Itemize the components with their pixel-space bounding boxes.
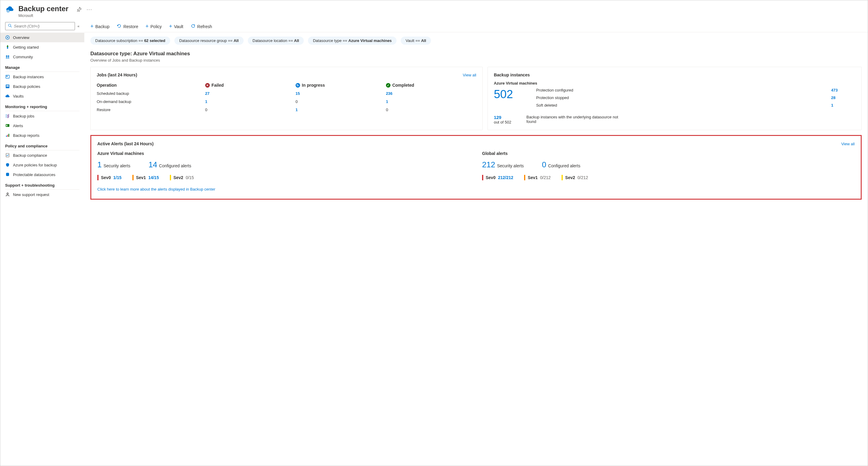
jobs-view-all-link[interactable]: View all (463, 73, 476, 77)
alerts-view-all-link[interactable]: View all (841, 142, 855, 146)
refresh-button[interactable]: Refresh (191, 24, 212, 29)
more-icon[interactable]: ··· (87, 7, 92, 13)
svg-rect-12 (6, 85, 9, 86)
sidebar-item-label: Backup jobs (13, 114, 34, 119)
sidebar-item-backup-jobs[interactable]: Backup jobs (0, 111, 84, 121)
col-failed: Failed (212, 83, 224, 88)
sidebar-item-label: Backup reports (13, 133, 39, 138)
page-header: Backup center Microsoft ··· (0, 0, 868, 21)
bi-total[interactable]: 502 (494, 88, 536, 107)
svg-rect-17 (7, 135, 8, 137)
backup-instances-card: Backup instances Azure Virtual machines … (488, 67, 862, 130)
col1-security-alerts[interactable]: 1Security alerts (97, 160, 130, 169)
main-content: +Backup Restore +Policy +Vault Refresh D… (84, 21, 868, 466)
filter-bar: Datasource subscription == 62 selected D… (84, 32, 868, 45)
col2-sev2[interactable]: Sev20/212 (562, 175, 588, 180)
sidebar-item-backup-instances[interactable]: Backup instances (0, 72, 84, 81)
overview-icon (5, 35, 10, 40)
col1-configured-alerts[interactable]: 14Configured alerts (148, 160, 191, 169)
page-title: Backup center (19, 4, 68, 13)
backup-button[interactable]: +Backup (90, 23, 110, 30)
sidebar-item-backup-reports[interactable]: Backup reports (0, 130, 84, 140)
toolbar: +Backup Restore +Policy +Vault Refresh (84, 21, 868, 32)
jobs-icon (5, 113, 10, 119)
sidebar: « Overview Getting started Community Man… (0, 21, 84, 466)
jobs-card-title: Jobs (last 24 Hours) (97, 72, 137, 77)
support-icon (5, 192, 10, 197)
sidebar-item-overview[interactable]: Overview (0, 33, 84, 42)
sev-bar-icon (524, 175, 525, 180)
sidebar-item-alerts[interactable]: Alerts (0, 121, 84, 130)
sidebar-item-support-request[interactable]: New support request (0, 190, 84, 199)
plus-icon: + (169, 23, 172, 30)
nav-group-monitoring: Monitoring + reporting (0, 101, 84, 111)
plus-icon: + (145, 23, 149, 30)
svg-point-7 (6, 56, 7, 57)
col2-security-alerts[interactable]: 212Security alerts (482, 160, 524, 169)
filter-vault[interactable]: Vault == All (401, 37, 431, 45)
filter-datasource-type[interactable]: Datasource type == Azure Virtual machine… (308, 37, 397, 45)
alerts-icon (5, 123, 10, 128)
col2-sev0[interactable]: Sev0212/212 (482, 175, 513, 180)
sev-bar-icon (482, 175, 483, 180)
nav-group-policy: Policy and compliance (0, 140, 84, 150)
collapse-sidebar-icon[interactable]: « (78, 24, 80, 28)
sev-bar-icon (562, 175, 563, 180)
col-operation: Operation (97, 83, 205, 88)
community-icon (5, 54, 10, 59)
svg-rect-15 (6, 125, 7, 126)
search-icon (8, 24, 12, 29)
vault-icon (5, 94, 10, 98)
protectable-icon (5, 172, 10, 177)
sidebar-item-vaults[interactable]: Vaults (0, 91, 84, 101)
sidebar-item-label: Getting started (13, 45, 39, 49)
sidebar-item-azure-policies[interactable]: Azure policies for backup (0, 160, 84, 170)
alerts-learn-more-link[interactable]: Click here to learn more about the alert… (97, 187, 215, 192)
svg-rect-13 (6, 86, 9, 87)
col2-sev1[interactable]: Sev10/212 (524, 175, 551, 180)
svg-point-2 (8, 24, 11, 27)
refresh-icon (191, 24, 195, 29)
svg-rect-18 (8, 134, 9, 137)
restore-button[interactable]: Restore (117, 24, 138, 29)
sidebar-item-backup-compliance[interactable]: Backup compliance (0, 151, 84, 160)
filter-subscription[interactable]: Datasource subscription == 62 selected (90, 37, 170, 45)
vault-button[interactable]: +Vault (169, 23, 183, 30)
section-subtitle: Overview of Jobs and Backup instances (84, 58, 868, 67)
pin-icon[interactable] (77, 7, 82, 13)
col1-sev2[interactable]: Sev20/15 (170, 175, 194, 180)
active-alerts-card: Active Alerts (last 24 Hours) View all A… (90, 135, 862, 200)
col2-configured-alerts[interactable]: 0Configured alerts (542, 160, 580, 169)
col1-sev0[interactable]: Sev01/15 (97, 175, 122, 180)
plus-icon: + (90, 23, 94, 30)
backup-center-icon (6, 5, 14, 13)
alerts-col1-title: Azure Virtual machines (97, 151, 470, 156)
section-title: Datasource type: Azure Virtual machines (84, 45, 868, 58)
sidebar-item-backup-policies[interactable]: Backup policies (0, 81, 84, 91)
page-subtitle: Microsoft (19, 13, 68, 18)
sidebar-item-community[interactable]: Community (0, 52, 84, 62)
col1-sev1[interactable]: Sev114/15 (132, 175, 159, 180)
sidebar-item-label: Alerts (13, 124, 23, 128)
sidebar-item-protectable[interactable]: Protectable datasources (0, 170, 84, 179)
sidebar-item-label: Backup compliance (13, 153, 47, 158)
policies-icon (5, 84, 10, 89)
filter-resource-group[interactable]: Datasource resource group == All (175, 37, 244, 45)
search-input[interactable] (5, 22, 75, 30)
sidebar-item-label: Protectable datasources (13, 172, 55, 177)
sidebar-item-label: Azure policies for backup (13, 163, 57, 167)
bi-notfound-count[interactable]: 129 (494, 115, 512, 120)
compliance-icon (5, 153, 10, 158)
alerts-title: Active Alerts (last 24 Hours) (97, 141, 154, 146)
policy-button[interactable]: +Policy (145, 23, 162, 30)
jobs-row: On-demand backup 1 0 1 (97, 98, 476, 106)
bi-card-title: Backup instances (494, 72, 855, 77)
svg-rect-10 (6, 76, 7, 77)
filter-location[interactable]: Datasource location == All (248, 37, 304, 45)
rocket-icon (5, 45, 10, 49)
bi-subtitle: Azure Virtual machines (494, 81, 855, 86)
completed-icon: ✓ (386, 83, 391, 88)
inprogress-icon: ↻ (296, 83, 300, 88)
jobs-row: Scheduled backup 27 15 236 (97, 89, 476, 98)
sidebar-item-getting-started[interactable]: Getting started (0, 42, 84, 52)
